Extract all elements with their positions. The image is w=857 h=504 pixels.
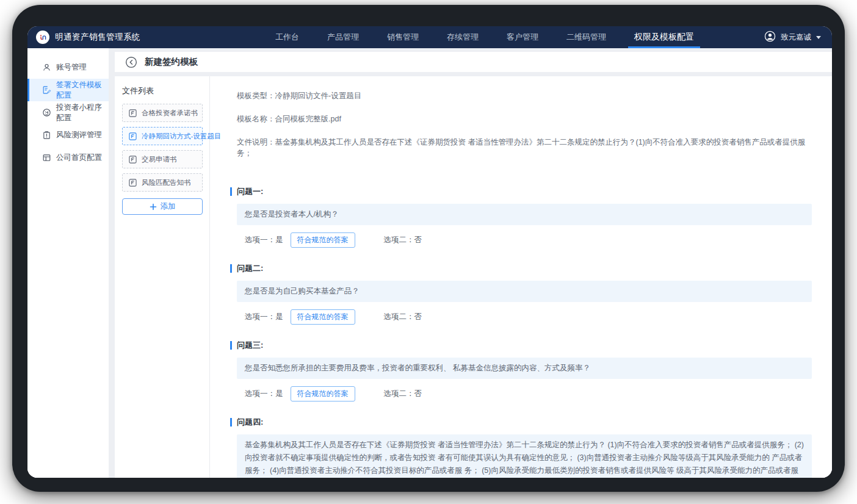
question-title: 问题四: <box>237 417 263 428</box>
question-text: 您是否知悉您所承担的主要费用及费率，投资者的重要权利、 私募基金信息披露的内容、… <box>237 358 812 379</box>
app-title: 明通资产销售管理系统 <box>55 32 140 43</box>
top-navbar: 明通资产销售管理系统 工作台 产品管理 销售管理 存续管理 客户管理 二维码管理… <box>27 26 832 48</box>
tab-qrcode-management[interactable]: 二维码管理 <box>565 26 608 48</box>
question-text: 您是否是为自己购买本基金产品？ <box>237 281 812 302</box>
file-icon <box>129 109 137 117</box>
sidebar: 账号管理 签署文件模板配置 投资者小程序配置 风险测评管理 <box>27 48 109 478</box>
file-item-label: 冷静期回访方式-设置题目 <box>142 132 221 141</box>
file-item-cooling-period-callback[interactable]: 冷静期回访方式-设置题目 <box>122 127 203 145</box>
question-block-3: 问题三: 您是否知悉您所承担的主要费用及费率，投资者的重要权利、 私募基金信息披… <box>237 340 812 401</box>
sidebar-item-label: 风险测评管理 <box>56 130 102 140</box>
add-file-button[interactable]: 添加 <box>122 198 203 215</box>
sidebar-item-sign-file-template-config[interactable]: 签署文件模板配置 <box>27 79 109 101</box>
content-area: 文件列表 合格投资者承诺书 冷静期回访方式-设置题目 <box>115 76 832 478</box>
page-title: 新建签约模板 <box>145 56 198 68</box>
question-header: 问题二: <box>237 263 812 274</box>
file-item-label: 合格投资者承诺书 <box>142 109 198 118</box>
question-header: 问题一: <box>237 186 812 197</box>
question-header: 问题四: <box>237 417 812 428</box>
accent-bar <box>230 418 232 427</box>
template-name-line: 模板名称：合同模板完整版.pdf <box>237 113 812 124</box>
brand-logo-icon <box>36 31 49 44</box>
top-nav-tabs: 工作台 产品管理 销售管理 存续管理 客户管理 二维码管理 权限及模板配置 <box>273 26 696 48</box>
question-title: 问题三: <box>237 340 263 351</box>
question-block-4: 问题四: 基金募集机构及其工作人员是否存在下述《证券期货投资 者适当性管理办法》… <box>237 417 812 478</box>
compliant-answer-badge[interactable]: 符合规范的答案 <box>291 309 355 325</box>
layout-icon <box>42 153 51 162</box>
question-text: 基金募集机构及其工作人员是否存在下述《证券期货投资 者适当性管理办法》第二十二条… <box>237 434 812 478</box>
sidebar-item-risk-assessment-management[interactable]: 风险测评管理 <box>27 124 109 146</box>
back-circle-icon <box>125 56 137 68</box>
user-name: 致元嘉诚 <box>781 32 811 43</box>
accent-bar <box>230 341 232 350</box>
tab-label: 工作台 <box>275 32 299 43</box>
user-menu[interactable]: 致元嘉诚 <box>764 31 821 44</box>
add-file-label: 添加 <box>161 201 176 212</box>
option-two-label: 选项二：否 <box>384 389 422 399</box>
question-title: 问题二: <box>237 263 263 274</box>
question-options: 选项一：是 符合规范的答案 选项二：否 <box>245 232 812 248</box>
tab-workbench[interactable]: 工作台 <box>273 26 301 48</box>
option-one-label: 选项一：是 <box>245 389 283 399</box>
back-button[interactable] <box>125 56 137 68</box>
app-body: 账号管理 签署文件模板配置 投资者小程序配置 风险测评管理 <box>27 48 832 478</box>
file-list-title: 文件列表 <box>122 85 203 96</box>
tab-product-management[interactable]: 产品管理 <box>325 26 361 48</box>
file-description-line: 文件说明：基金募集机构及其工作人员是否存在下述《证券期货投资 者适当性管理办法》… <box>237 137 812 159</box>
question-options: 选项一：是 符合规范的答案 选项二：否 <box>245 309 812 325</box>
screenshot-canvas: 明通资产销售管理系统 工作台 产品管理 销售管理 存续管理 客户管理 二维码管理… <box>0 0 857 504</box>
tab-label: 客户管理 <box>507 32 538 43</box>
file-item-transaction-application[interactable]: 交易申请书 <box>122 150 203 168</box>
sidebar-item-account-management[interactable]: 账号管理 <box>27 56 109 79</box>
document-sign-icon <box>42 85 51 95</box>
file-item-label: 风险匹配告知书 <box>142 178 191 187</box>
app-window: 明通资产销售管理系统 工作台 产品管理 销售管理 存续管理 客户管理 二维码管理… <box>27 26 832 478</box>
option-one-label: 选项一：是 <box>245 312 283 322</box>
accent-bar <box>230 187 232 196</box>
sidebar-item-company-homepage-config[interactable]: 公司首页配置 <box>27 146 109 169</box>
accent-bar <box>230 264 232 273</box>
sidebar-item-label: 投资者小程序配置 <box>56 103 109 123</box>
question-text: 您是否是投资者本人/机构？ <box>237 204 812 225</box>
page-header: 新建签约模板 <box>115 52 832 72</box>
file-icon <box>129 156 137 164</box>
compliant-answer-badge[interactable]: 符合规范的答案 <box>291 232 355 248</box>
option-two-label: 选项二：否 <box>384 312 422 322</box>
option-one-label: 选项一：是 <box>245 235 283 245</box>
file-list-panel: 文件列表 合格投资者承诺书 冷静期回访方式-设置题目 <box>115 76 210 478</box>
tab-label: 销售管理 <box>387 32 419 43</box>
tab-label: 产品管理 <box>327 32 359 43</box>
compliant-answer-badge[interactable]: 符合规范的答案 <box>291 386 355 401</box>
template-type-line: 模板类型：冷静期回访文件-设置题目 <box>237 90 812 101</box>
tab-label: 二维码管理 <box>566 32 606 43</box>
brand: 明通资产销售管理系统 <box>36 31 140 44</box>
tab-label: 权限及模板配置 <box>634 32 694 43</box>
file-item-risk-match-notice[interactable]: 风险匹配告知书 <box>122 173 203 192</box>
question-title: 问题一: <box>237 186 263 197</box>
chevron-down-icon <box>816 36 821 39</box>
question-block-2: 问题二: 您是否是为自己购买本基金产品？ 选项一：是 符合规范的答案 选项二：否 <box>237 263 812 325</box>
question-options: 选项一：是 符合规范的答案 选项二：否 <box>245 386 812 401</box>
miniprogram-icon <box>42 108 51 117</box>
file-item-qualified-investor-commitment[interactable]: 合格投资者承诺书 <box>122 104 203 122</box>
sidebar-item-label: 公司首页配置 <box>56 153 102 163</box>
file-icon <box>129 132 137 140</box>
tab-duration-management[interactable]: 存续管理 <box>445 26 480 48</box>
right-column: 新建签约模板 文件列表 合格投资者承诺书 冷静期 <box>115 48 832 478</box>
window-frame: 明通资产销售管理系统 工作台 产品管理 销售管理 存续管理 客户管理 二维码管理… <box>12 5 845 492</box>
sidebar-item-label: 签署文件模板配置 <box>56 80 109 101</box>
sidebar-item-investor-miniprogram-config[interactable]: 投资者小程序配置 <box>27 101 109 124</box>
tab-permission-template-config[interactable]: 权限及模板配置 <box>632 26 696 48</box>
template-detail: 模板类型：冷静期回访文件-设置题目 模板名称：合同模板完整版.pdf 文件说明：… <box>210 76 832 478</box>
sidebar-item-label: 账号管理 <box>56 62 87 73</box>
file-item-label: 交易申请书 <box>142 155 177 164</box>
file-icon <box>129 179 137 187</box>
option-two-label: 选项二：否 <box>384 235 422 245</box>
tab-label: 存续管理 <box>447 32 479 43</box>
tab-customer-management[interactable]: 客户管理 <box>505 26 540 48</box>
user-icon <box>42 63 51 72</box>
question-block-1: 问题一: 您是否是投资者本人/机构？ 选项一：是 符合规范的答案 选项二：否 <box>237 186 812 248</box>
user-avatar-icon <box>764 31 776 44</box>
tab-sales-management[interactable]: 销售管理 <box>385 26 421 48</box>
plus-icon <box>150 203 157 211</box>
